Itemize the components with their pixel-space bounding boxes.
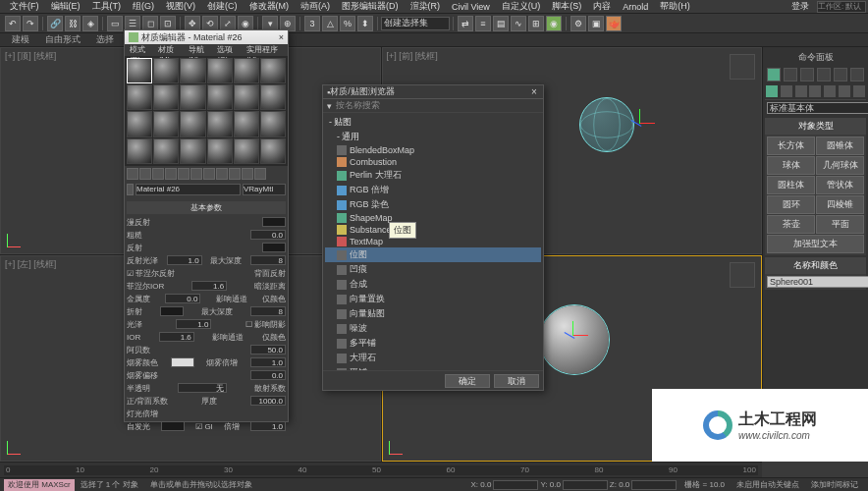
fog-bias-spinner[interactable]: 1.0 [250, 357, 286, 367]
menu-modifiers[interactable]: 修改器(M) [249, 0, 290, 13]
basic-params-header[interactable]: 基本参数 [127, 201, 286, 214]
material-editor-close[interactable]: × [279, 32, 284, 42]
back-refl-label[interactable]: 背面反射 [254, 268, 286, 279]
ribbon-modeling[interactable]: 建模 [12, 33, 29, 46]
select-button[interactable]: ▭ [107, 16, 123, 31]
redo-button[interactable]: ↷ [23, 16, 38, 31]
ior-spinner[interactable]: 1.6 [159, 332, 194, 342]
map-item[interactable]: 合成 [325, 277, 541, 292]
time-slider[interactable]: 01020 304050 607080 90100 [4, 465, 758, 475]
assign-button[interactable] [152, 168, 164, 180]
material-slot[interactable] [234, 138, 259, 164]
map-item[interactable]: Substance [325, 224, 541, 236]
material-slot[interactable] [260, 58, 286, 83]
ribbon-select[interactable]: 选择 [96, 33, 114, 46]
menu-file[interactable]: 文件(F) [10, 0, 39, 13]
prim-pyramid[interactable]: 四棱锥 [816, 195, 864, 214]
menu-render[interactable]: 渲染(R) [410, 0, 441, 13]
cameras-icon[interactable] [809, 85, 821, 97]
thick-spinner[interactable]: 1000.0 [250, 396, 286, 406]
material-slot[interactable] [207, 111, 233, 136]
menu-create[interactable]: 创建(C) [207, 0, 238, 13]
material-slot[interactable] [207, 84, 233, 110]
login-label[interactable]: 登录 [791, 0, 809, 13]
schematic-button[interactable]: ⊞ [528, 16, 544, 31]
menu-content[interactable]: 内容 [593, 0, 611, 13]
menu-grapheditor[interactable]: 图形编辑器(D) [342, 0, 399, 13]
menu-help[interactable]: 帮助(H) [660, 0, 690, 13]
selection-set-dropdown[interactable] [381, 17, 450, 30]
fog-mult-spinner[interactable]: 0.0 [250, 370, 286, 380]
map-item[interactable]: ShapeMap [325, 212, 541, 224]
transform-gizmo[interactable] [624, 109, 654, 138]
gi-check[interactable]: ☑ GI [195, 422, 213, 431]
render-button[interactable]: 🫖 [606, 16, 622, 31]
material-editor-window[interactable]: 材质编辑器 - Material #26 × 模式(D) 材质(M) 导航(N)… [124, 29, 289, 422]
put-to-scene-button[interactable] [139, 168, 151, 180]
browser-cancel-button[interactable]: 取消 [494, 374, 539, 388]
map-item-bitmap[interactable]: 位图 [325, 247, 541, 262]
menu-animation[interactable]: 动画(A) [300, 0, 330, 13]
shapes-icon[interactable] [781, 85, 792, 97]
undo-button[interactable]: ↶ [5, 16, 21, 31]
dim-dist-label[interactable]: 暗淡距离 [254, 281, 286, 292]
angle-snap-button[interactable]: △ [322, 16, 338, 31]
reset-button[interactable] [165, 168, 177, 180]
percent-snap-button[interactable]: % [340, 16, 355, 31]
viewport-left-label[interactable]: [+] [左] [线框] [5, 258, 56, 271]
affect-sh-label[interactable]: ☐ 影响阴影 [245, 319, 286, 330]
systems-icon[interactable] [853, 85, 865, 97]
browser-titlebar[interactable]: ▪ 材质/贴图浏览器 × [323, 85, 543, 99]
map-item[interactable]: 大理石 [325, 351, 541, 365]
material-slot[interactable] [260, 84, 286, 110]
timetag-button[interactable]: 添加时间标记 [811, 479, 858, 490]
coord-y-input[interactable] [563, 480, 608, 490]
map-item[interactable]: 向量贴图 [325, 306, 541, 321]
material-map-browser[interactable]: ▪ 材质/贴图浏览器 × ▾ 按名称搜索 - 贴图 - 通用 BlendedBo… [322, 84, 544, 391]
map-item[interactable]: 向量置换 [325, 292, 541, 306]
object-type-header[interactable]: 对象类型 [765, 118, 866, 135]
copy-button[interactable] [178, 168, 190, 180]
viewport-top-label[interactable]: [+] [顶] [线框] [5, 50, 56, 63]
map-item[interactable]: 噪波 [325, 321, 541, 336]
map-item[interactable]: 凹痕 [325, 262, 541, 277]
mat-menu-options[interactable]: 选项(O) [217, 44, 241, 56]
name-color-header[interactable]: 名称和颜色 [765, 257, 866, 274]
map-item[interactable]: Combustion [325, 156, 541, 168]
subcategory-dropdown[interactable] [767, 102, 868, 114]
display-tab[interactable] [834, 68, 847, 82]
material-slot[interactable] [260, 111, 286, 136]
put-to-library-button[interactable] [190, 168, 202, 180]
render-setup-button[interactable]: ⚙ [570, 16, 586, 31]
object-name-input[interactable] [767, 276, 868, 288]
snap-button[interactable]: 3 [304, 16, 320, 31]
material-slot[interactable] [180, 58, 205, 83]
lights-icon[interactable] [795, 85, 807, 97]
material-slot[interactable] [153, 138, 179, 164]
material-slot[interactable] [153, 58, 179, 83]
align-button[interactable]: ≡ [475, 16, 491, 31]
transform-gizmo[interactable] [558, 321, 587, 351]
render-frame-button[interactable]: ▣ [588, 16, 604, 31]
mirror-button[interactable]: ⇄ [458, 16, 473, 31]
search-dropdown-icon[interactable]: ▾ [327, 101, 332, 111]
bind-button[interactable]: ◈ [82, 16, 98, 31]
mat-menu-nav[interactable]: 导航(N) [189, 44, 211, 56]
prim-cone[interactable]: 圆锥体 [816, 136, 864, 155]
prim-plane[interactable]: 平面 [816, 215, 864, 234]
browser-ok-button[interactable]: 确定 [445, 374, 490, 388]
browser-list[interactable]: - 贴图 - 通用 BlendedBoxMap Combustion Perli… [323, 113, 543, 370]
max-depth-spinner[interactable]: 8 [250, 255, 286, 265]
trans-dropdown[interactable] [178, 383, 227, 393]
diffuse-swatch[interactable] [262, 217, 286, 227]
material-slot[interactable] [180, 111, 205, 136]
refl-gloss-spinner[interactable]: 1.0 [167, 255, 202, 265]
prim-teapot[interactable]: 茶壶 [767, 215, 815, 234]
self-mult-spinner[interactable]: 1.0 [250, 421, 286, 431]
layer-button[interactable]: ▤ [493, 16, 509, 31]
material-name-input[interactable] [136, 184, 241, 195]
material-editor-button[interactable]: ◉ [546, 16, 562, 31]
mat-menu-material[interactable]: 材质(M) [158, 44, 182, 56]
material-slot[interactable] [127, 84, 152, 110]
space-warps-icon[interactable] [839, 85, 850, 97]
